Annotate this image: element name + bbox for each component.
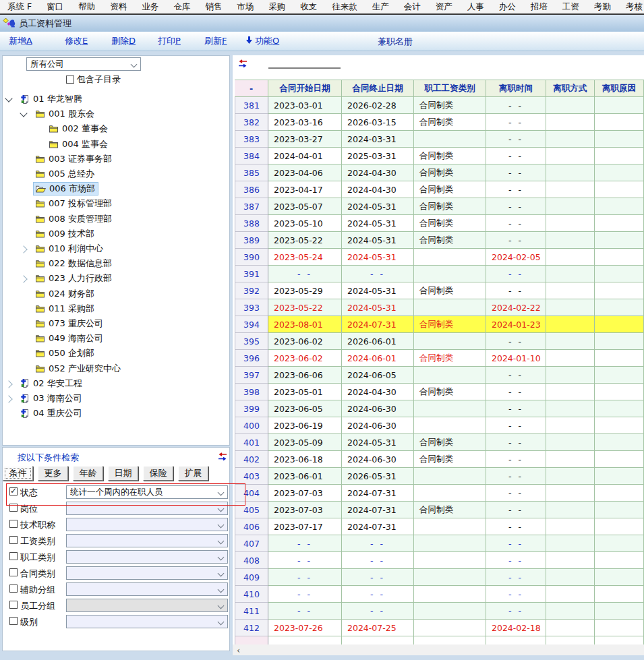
cell-contract-end[interactable]: 2026-02-28 bbox=[342, 97, 414, 114]
cell-contract-end[interactable]: 2024-05-31 bbox=[342, 434, 414, 451]
cell-leave-date[interactable]: - - bbox=[486, 198, 546, 215]
expand-arrow-icon[interactable] bbox=[20, 245, 27, 253]
cell-wage-type[interactable] bbox=[414, 620, 486, 636]
cell-leave-reason[interactable] bbox=[595, 282, 644, 299]
cell-leave-date[interactable]: - - bbox=[486, 266, 546, 282]
table-row[interactable]: 3982023-05-012024-04-30合同制类- - bbox=[235, 384, 644, 400]
tree-item[interactable]: 024 财务部 bbox=[3, 287, 229, 301]
filter-tab-active[interactable]: 条件 bbox=[3, 466, 33, 481]
cell-leave-way[interactable] bbox=[546, 586, 595, 603]
cell-leave-way[interactable] bbox=[546, 181, 595, 198]
menu-item[interactable]: 生产 bbox=[365, 1, 397, 13]
toolbar-button-p[interactable]: 打印P bbox=[158, 35, 181, 47]
cell-leave-reason[interactable] bbox=[595, 468, 644, 485]
column-header[interactable]: 离职时间 bbox=[486, 80, 546, 97]
cell-contract-end[interactable]: 2024-05-31 bbox=[342, 282, 414, 299]
table-row[interactable]: 3872023-05-072024-05-31合同制类- - bbox=[235, 198, 644, 215]
tree-item[interactable]: 007 投标管理部 bbox=[3, 197, 229, 211]
cell-contract-end[interactable]: 2024-06-30 bbox=[342, 417, 414, 434]
menu-item[interactable]: 销售 bbox=[198, 1, 229, 13]
cell-wage-type[interactable] bbox=[414, 299, 486, 316]
cell-contract-start[interactable]: 2023-05-24 bbox=[268, 249, 342, 266]
cell-contract-start[interactable]: 2023-06-05 bbox=[268, 400, 342, 417]
row-number-cell[interactable]: 411 bbox=[235, 603, 268, 620]
cell-contract-end[interactable]: - - bbox=[342, 569, 414, 586]
cell-leave-reason[interactable] bbox=[595, 97, 644, 114]
cell-contract-start[interactable]: 2023-05-09 bbox=[268, 434, 342, 451]
cell-contract-start[interactable]: 2023-06-18 bbox=[268, 451, 342, 468]
tree-node[interactable]: 023 人力行政部 bbox=[34, 272, 115, 284]
table-row[interactable]: 3962023-06-022024-06-01合同制类2024-01-10 bbox=[235, 350, 644, 367]
row-number-cell[interactable]: 398 bbox=[235, 384, 268, 400]
menu-item[interactable]: 办公 bbox=[492, 1, 523, 13]
cell-leave-reason[interactable] bbox=[595, 215, 644, 232]
cell-contract-end[interactable]: 2024-07-31 bbox=[342, 518, 414, 535]
tree-node[interactable]: 052 产业研究中心 bbox=[34, 363, 123, 375]
expand-arrow-icon[interactable] bbox=[20, 276, 27, 283]
filter-checkbox-unchecked[interactable] bbox=[9, 552, 18, 560]
tree-node[interactable]: 006 市场部 bbox=[34, 183, 98, 195]
row-number-cell[interactable]: 390 bbox=[235, 249, 268, 266]
row-number-cell[interactable]: 403 bbox=[235, 468, 268, 485]
row-number-cell[interactable]: 408 bbox=[235, 552, 268, 569]
tree-node[interactable]: 049 海南公司 bbox=[34, 332, 106, 344]
tree-node[interactable]: 008 安质管理部 bbox=[34, 213, 115, 225]
toolbar-button-o[interactable]: 功能O bbox=[245, 35, 279, 47]
cell-leave-date[interactable]: - - bbox=[486, 367, 546, 384]
cell-wage-type[interactable] bbox=[414, 333, 486, 350]
cell-leave-date[interactable]: - - bbox=[486, 232, 546, 249]
cell-leave-way[interactable] bbox=[546, 114, 595, 131]
row-number-cell[interactable]: 384 bbox=[235, 148, 268, 164]
tree-item[interactable]: 005 总经办 bbox=[3, 167, 229, 181]
cell-contract-end[interactable]: 2024-07-31 bbox=[342, 316, 414, 333]
cell-leave-way[interactable] bbox=[546, 535, 595, 552]
row-number-cell[interactable]: 392 bbox=[235, 282, 268, 299]
cell-wage-type[interactable]: 合同制类 bbox=[414, 215, 486, 232]
cell-leave-reason[interactable] bbox=[595, 518, 644, 535]
cell-wage-type[interactable]: 合同制类 bbox=[414, 232, 486, 249]
cell-leave-way[interactable] bbox=[546, 215, 595, 232]
cell-wage-type[interactable]: 合同制类 bbox=[414, 164, 486, 181]
cell-contract-end[interactable]: 2024-05-31 bbox=[342, 249, 414, 266]
tree-item[interactable]: 006 市场部 bbox=[3, 182, 229, 196]
row-number-cell[interactable]: 410 bbox=[235, 586, 268, 603]
filter-checkbox-unchecked[interactable] bbox=[9, 584, 18, 593]
cell-leave-way[interactable] bbox=[546, 266, 595, 282]
cell-leave-way[interactable] bbox=[546, 552, 595, 569]
tree-item[interactable]: 022 数据信息部 bbox=[3, 257, 229, 271]
cell-leave-date[interactable]: - - bbox=[486, 485, 546, 502]
cell-leave-date[interactable]: - - bbox=[486, 586, 546, 603]
cell-leave-date[interactable]: - - bbox=[486, 434, 546, 451]
cell-wage-type[interactable]: 合同制类 bbox=[414, 502, 486, 518]
cell-contract-start[interactable]: 2023-05-22 bbox=[268, 232, 342, 249]
cell-contract-start[interactable]: 2023-07-03 bbox=[268, 502, 342, 518]
filter-select[interactable] bbox=[66, 615, 228, 628]
filter-tab-other[interactable]: 日期 bbox=[108, 466, 138, 481]
cell-leave-date[interactable]: 2024-02-05 bbox=[486, 249, 546, 266]
cell-contract-start[interactable]: - - bbox=[268, 266, 342, 282]
cell-leave-way[interactable] bbox=[546, 198, 595, 215]
cell-leave-reason[interactable] bbox=[595, 198, 644, 215]
table-row[interactable]: 4042023-07-032024-07-31- - bbox=[235, 485, 644, 502]
table-row[interactable]: 3892023-05-222024-05-31合同制类- - bbox=[235, 232, 644, 249]
menu-item[interactable]: 往来款 bbox=[324, 1, 365, 13]
cell-leave-date[interactable]: - - bbox=[486, 97, 546, 114]
tree-node[interactable]: 002 董事会 bbox=[47, 123, 111, 135]
cell-leave-date[interactable]: - - bbox=[486, 114, 546, 131]
filter-checkbox-unchecked[interactable] bbox=[9, 536, 18, 544]
filter-select[interactable] bbox=[66, 550, 228, 564]
table-row[interactable]: 391- -- -- - bbox=[235, 266, 644, 282]
cell-leave-reason[interactable] bbox=[595, 266, 644, 282]
row-number-cell[interactable]: 404 bbox=[235, 485, 268, 502]
cell-leave-way[interactable] bbox=[546, 164, 595, 181]
menu-item[interactable]: 会计 bbox=[397, 1, 428, 13]
row-number-cell[interactable]: 406 bbox=[235, 518, 268, 535]
cell-leave-date[interactable]: - - bbox=[486, 181, 546, 198]
cell-leave-way[interactable] bbox=[546, 249, 595, 266]
row-number-cell[interactable]: 389 bbox=[235, 232, 268, 249]
cell-leave-way[interactable] bbox=[546, 299, 595, 316]
row-number-cell[interactable]: 405 bbox=[235, 502, 268, 518]
table-row[interactable]: 3812023-03-012026-02-28合同制类- - bbox=[235, 97, 644, 114]
cell-leave-reason[interactable] bbox=[595, 164, 644, 181]
column-header[interactable]: 合同开始日期 bbox=[268, 80, 342, 97]
